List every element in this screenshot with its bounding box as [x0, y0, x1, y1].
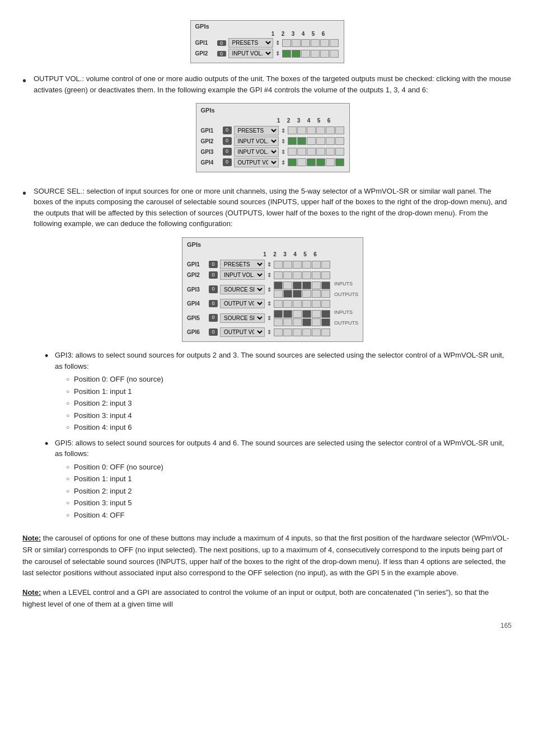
gpi-table2-header: 1 2 3 4 5 6	[201, 116, 345, 125]
gpi3-pos0: Position 0: OFF (no source)	[66, 374, 512, 385]
col5-header: 5	[308, 31, 318, 37]
gpi3-pos1: Position 1: input 1	[66, 386, 512, 397]
box3[interactable]	[301, 39, 310, 47]
note1-section: Note: the carousel of options for one of…	[22, 533, 512, 579]
note1-text: the carousel of options for one of these…	[22, 534, 509, 577]
note1-label: Note:	[22, 534, 41, 542]
table1-row1: GPI1 0 PRESETS ⇕	[195, 38, 339, 48]
note2-text: when a LEVEL control and a GPI are assoc…	[22, 588, 489, 608]
col3-header: 3	[288, 31, 298, 37]
bullet1-text: OUTPUT VOL.: volume control of one or mo…	[34, 73, 512, 95]
gpi3-pos2: Position 2: input 3	[66, 398, 512, 409]
box4[interactable]	[311, 50, 320, 58]
box2[interactable]	[292, 50, 301, 58]
box2[interactable]	[292, 39, 301, 47]
outputs-label2: OUTPUTS	[334, 320, 358, 326]
col4-header: 4	[298, 31, 308, 37]
gpi5-pos4: Position 4: OFF	[66, 510, 512, 521]
gpi-table1-container: GPIs 1 2 3 4 5 6 GPI1 0 PRESETS ⇕	[22, 16, 512, 68]
t2gpi3-dropdown[interactable]: INPUT VOL.	[234, 147, 279, 157]
table3-row4: GPI4 0 OUTPUT VOL. ⇕	[187, 299, 358, 308]
inputs-label: INPUTS	[334, 281, 358, 287]
col2-header: 2	[278, 31, 288, 37]
t3gpi2-dropdown[interactable]: INPUT VOL.	[220, 270, 265, 280]
gpi-table1-header: 1 2 3 4 5 6	[195, 31, 339, 37]
gpi5-positions: Position 0: OFF (no source) Position 1: …	[66, 462, 512, 521]
table3-row5: GPI5 0 SOURCE SEL. ⇕	[187, 309, 358, 326]
t2gpi2-dropdown[interactable]: INPUT VOL.	[234, 137, 279, 146]
note2-label: Note:	[22, 588, 41, 597]
note1-paragraph: Note: the carousel of options for one of…	[22, 533, 512, 579]
gpi2-dropdown[interactable]: INPUT VOL.	[228, 49, 273, 58]
box4[interactable]	[311, 39, 320, 47]
bullet1-section: • OUTPUT VOL.: volume control of one or …	[22, 73, 512, 180]
table2-row1: GPI1 0 PRESETS ⇕	[201, 126, 345, 135]
gpi-table1: GPIs 1 2 3 4 5 6 GPI1 0 PRESETS ⇕	[190, 20, 344, 63]
gpi5-pos1: Position 1: input 1	[66, 473, 512, 485]
bullet2-text: SOURCE SEL.: selection of input sources …	[34, 186, 512, 229]
box3[interactable]	[301, 50, 310, 58]
gpi-table2: GPIs 1 2 3 4 5 6 GPI1 0 PRESETS ⇕	[196, 103, 350, 172]
t3gpi3-dropdown[interactable]: SOURCE SEL.	[220, 285, 265, 294]
gpi3-positions: Position 0: OFF (no source) Position 1: …	[66, 374, 512, 433]
box1[interactable]	[282, 39, 291, 47]
t3gpi4-dropdown[interactable]: OUTPUT VOL.	[220, 299, 265, 308]
box5[interactable]	[320, 50, 329, 58]
bullet2-section: • SOURCE SEL.: selection of input source…	[22, 186, 512, 525]
table2-row4: GPI4 0 OUTPUT VOL. ⇕	[201, 158, 345, 167]
table2-row3: GPI3 0 INPUT VOL. ⇕	[201, 147, 345, 157]
gpi5-pos2: Position 2: input 2	[66, 486, 512, 497]
inputs-label2: INPUTS	[334, 309, 358, 316]
gpi5-intro: GPI5: allows to select sound sources for…	[55, 438, 512, 459]
box6[interactable]	[330, 50, 339, 58]
gpi5-pos3: Position 3: input 5	[66, 497, 512, 509]
box1[interactable]	[282, 50, 291, 58]
box5[interactable]	[320, 39, 329, 47]
gpi1-dropdown[interactable]: PRESETS	[228, 38, 273, 48]
gpi3-intro: GPI3: allows to select sound sources for…	[55, 350, 512, 372]
table3-row2: GPI2 0 INPUT VOL. ⇕	[187, 270, 358, 280]
page-number: 165	[22, 622, 512, 630]
t3gpi6-dropdown[interactable]: OUTPUT VOL.	[220, 327, 265, 337]
page-content: GPIs 1 2 3 4 5 6 GPI1 0 PRESETS ⇕	[22, 16, 512, 630]
gpi-table2-container: GPIs 1 2 3 4 5 6 GPI1 0 PRESETS ⇕	[34, 98, 512, 177]
t3gpi5-dropdown[interactable]: SOURCE SEL.	[220, 313, 265, 323]
outputs-label: OUTPUTS	[334, 292, 358, 298]
table1-row2: GPI2 0 INPUT VOL. ⇕	[195, 49, 339, 58]
gpi3-pos3: Position 3: input 4	[66, 410, 512, 421]
t2gpi4-dropdown[interactable]: OUTPUT VOL.	[234, 158, 279, 167]
t3gpi1-dropdown[interactable]: PRESETS	[220, 260, 265, 269]
table3-row1: GPI1 0 PRESETS ⇕	[187, 260, 358, 269]
note2-paragraph: Note: when a LEVEL control and a GPI are…	[22, 587, 512, 611]
gpi5-nested: • GPI5: allows to select sound sources f…	[45, 438, 512, 522]
t2gpi1-dropdown[interactable]: PRESETS	[234, 126, 279, 135]
table3-row3: GPI3 0 SOURCE SEL. ⇕	[187, 281, 358, 298]
gpi-table2-title: GPIs	[201, 106, 345, 115]
gpi-table3-container: GPIs 1 2 3 4 5 6 GPI1 0 PRESETS ⇕	[34, 233, 512, 347]
gpi-table1-title: GPIs	[195, 23, 339, 30]
gpi5-pos0: Position 0: OFF (no source)	[66, 462, 512, 473]
col6-header: 6	[318, 31, 329, 37]
box6[interactable]	[330, 39, 339, 47]
table2-row2: GPI2 0 INPUT VOL. ⇕	[201, 137, 345, 146]
note2-section: Note: when a LEVEL control and a GPI are…	[22, 587, 512, 611]
gpi3-pos4: Position 4: input 6	[66, 422, 512, 433]
gpi3-nested: • GPI3: allows to select sound sources f…	[45, 350, 512, 434]
col1-header: 1	[268, 31, 278, 37]
table3-row6: GPI6 0 OUTPUT VOL. ⇕	[187, 327, 358, 337]
gpi-table3: GPIs 1 2 3 4 5 6 GPI1 0 PRESETS ⇕	[182, 237, 363, 342]
